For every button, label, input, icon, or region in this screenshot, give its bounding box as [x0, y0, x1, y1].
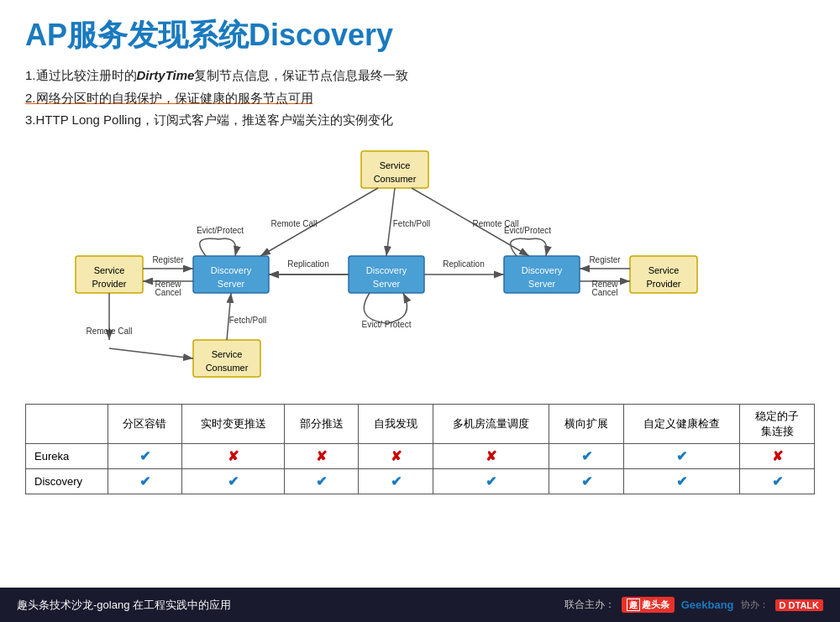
page-title: AP服务发现系统Discovery — [25, 15, 815, 56]
replication-right-label: Replication — [443, 259, 484, 269]
eureka-col6: ✔ — [549, 443, 624, 468]
eureka-col8: ✘ — [740, 443, 815, 468]
renew-cancel-right-label2: Cancel — [591, 288, 617, 297]
eureka-col4: ✘ — [359, 443, 433, 468]
service-consumer-top-label: Service — [380, 159, 411, 170]
bullet-points: 1.通过比较注册时的DirtyTime复制节点信息，保证节点信息最终一致 2.网… — [25, 66, 815, 130]
discovery-col7: ✔ — [623, 468, 740, 494]
register-right-label: Register — [589, 255, 621, 264]
evict-protect-bottom-label: Evict/ Protect — [362, 320, 412, 329]
evict-protect-left-arrow — [200, 238, 236, 256]
col-header-3: 部分推送 — [284, 404, 359, 443]
bullet-1: 1.通过比较注册时的DirtyTime复制节点信息，保证节点信息最终一致 — [25, 66, 815, 86]
register-left-label: Register — [152, 255, 184, 264]
eureka-col7: ✔ — [623, 443, 740, 468]
discovery-col3: ✔ — [284, 468, 359, 494]
col-header-5: 多机房流量调度 — [433, 404, 549, 443]
discovery-col5: ✔ — [433, 468, 549, 494]
row-name-discovery: Discovery — [26, 468, 108, 494]
service-consumer-bottom-label2: Consumer — [206, 362, 249, 372]
bullet-2: 2.网络分区时的自我保护，保证健康的服务节点可用 — [25, 89, 815, 108]
remote-call-left-label: Remote Call — [270, 219, 317, 228]
replication-left-label: Replication — [287, 259, 328, 269]
diagram-area: Service Consumer Discovery Server Discov… — [25, 139, 815, 399]
discovery-col4: ✔ — [359, 468, 433, 494]
table-header-row: 分区容错 实时变更推送 部分推送 自我发现 多机房流量调度 横向扩展 自定义健康… — [26, 404, 815, 443]
comparison-table: 分区容错 实时变更推送 部分推送 自我发现 多机房流量调度 横向扩展 自定义健康… — [25, 404, 815, 494]
service-consumer-top-label2: Consumer — [374, 173, 417, 183]
service-provider-right-label: Service — [648, 264, 680, 274]
service-provider-left-label: Service — [94, 264, 125, 274]
footer-dtalk-logo: D DTALK — [775, 599, 823, 611]
col-header-6: 横向扩展 — [549, 404, 624, 443]
table-row: Eureka ✔ ✘ ✘ ✘ ✘ ✔ ✔ ✘ — [26, 443, 815, 468]
evict-protect-left-label: Evict/Protect — [197, 226, 244, 235]
footer-toutiao-logo: 趣趣头条 — [622, 597, 675, 613]
table-row: Discovery ✔ ✔ ✔ ✔ ✔ ✔ ✔ ✔ — [26, 468, 815, 494]
col-header-1: 分区容错 — [108, 404, 182, 443]
diagram-svg: Service Consumer Discovery Server Discov… — [25, 139, 815, 399]
service-provider-right-label2: Provider — [647, 278, 681, 288]
eureka-col5: ✘ — [433, 443, 549, 468]
renew-cancel-left-label2: Cancel — [155, 288, 181, 297]
footer-joint-label: 联合主办： — [564, 598, 615, 612]
col-header-2: 实时变更推送 — [182, 404, 285, 443]
discovery-col8: ✔ — [740, 468, 815, 494]
eureka-col2: ✘ — [182, 443, 285, 468]
footer-right: 联合主办： 趣趣头条 Geekbang 协办： D DTALK — [564, 597, 823, 613]
eureka-col1: ✔ — [108, 443, 182, 468]
discovery-server-center-label2: Server — [373, 278, 401, 288]
main-content: AP服务发现系统Discovery 1.通过比较注册时的DirtyTime复制节… — [0, 0, 840, 588]
col-header-8: 稳定的子 集连接 — [740, 404, 815, 443]
evict-protect-bottom-arrow — [364, 293, 407, 323]
discovery-server-right-label2: Server — [528, 278, 556, 288]
discovery-server-left-label: Discovery — [211, 264, 252, 274]
footer-geekbang-logo: Geekbang — [681, 598, 734, 611]
col-header-4: 自我发现 — [359, 404, 433, 443]
evict-protect-right-label: Evict/Protect — [504, 226, 551, 235]
service-consumer-bottom-label: Service — [212, 348, 243, 358]
remote-call-bottom-arrow — [109, 348, 193, 358]
discovery-server-left-label2: Server — [218, 278, 245, 288]
footer-left-text: 趣头条技术沙龙-golang 在工程实践中的应用 — [17, 598, 231, 613]
discovery-col1: ✔ — [108, 468, 182, 494]
eureka-col3: ✘ — [284, 443, 359, 468]
fetch-poll-bottom-label: Fetch/Poll — [229, 316, 266, 325]
fetch-poll-top-label: Fetch/Poll — [393, 219, 430, 228]
row-name-eureka: Eureka — [26, 443, 108, 468]
remote-call-bottom-label: Remote Call — [86, 327, 132, 336]
col-header-empty — [26, 404, 108, 443]
discovery-col2: ✔ — [182, 468, 285, 494]
discovery-col6: ✔ — [549, 468, 624, 494]
evict-protect-right-arrow — [511, 238, 547, 256]
bullet-3: 3.HTTP Long Polling，订阅式客户端，推送客户端关注的实例变化 — [25, 111, 815, 130]
discovery-server-right-label: Discovery — [522, 264, 563, 274]
discovery-server-center-label: Discovery — [366, 264, 407, 274]
footer: 趣头条技术沙龙-golang 在工程实践中的应用 联合主办： 趣趣头条 Geek… — [0, 588, 840, 622]
service-provider-left-label2: Provider — [92, 278, 127, 288]
col-header-7: 自定义健康检查 — [623, 404, 740, 443]
footer-cohost-label: 协办： — [741, 598, 769, 611]
